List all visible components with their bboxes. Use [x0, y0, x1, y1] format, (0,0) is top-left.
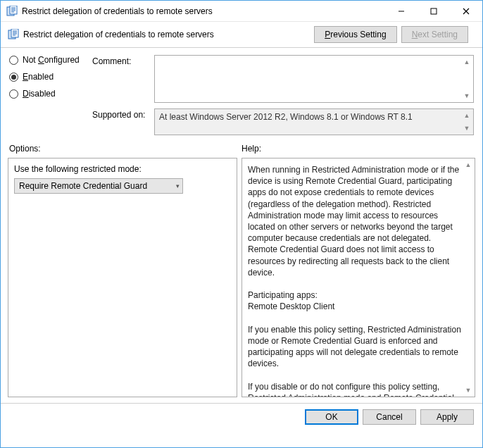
policy-title: Restrict delegation of credentials to re… — [23, 30, 314, 39]
options-panel: Use the following restricted mode: Requi… — [8, 158, 237, 397]
window-title: Restrict delegation of credentials to re… — [22, 6, 385, 16]
minimize-button[interactable] — [385, 1, 418, 21]
titlebar: Restrict delegation of credentials to re… — [1, 1, 482, 22]
cancel-button[interactable]: Cancel — [363, 409, 416, 425]
close-button[interactable] — [450, 1, 482, 21]
previous-setting-button[interactable]: Previous Setting — [314, 26, 396, 43]
scroll-up-icon[interactable]: ▲ — [462, 111, 472, 120]
policy-icon — [8, 29, 19, 40]
scroll-down-icon[interactable]: ▼ — [462, 91, 472, 101]
ok-button[interactable]: OK — [305, 409, 358, 425]
state-radios: Not Configured Enabled Disabled — [9, 55, 80, 135]
radio-mark-icon — [9, 56, 18, 65]
svg-rect-1 — [10, 6, 17, 14]
radio-mark-icon — [9, 73, 18, 82]
scroll-down-icon[interactable]: ▼ — [462, 123, 472, 133]
dialog-footer: OK Cancel Apply — [1, 403, 482, 430]
gpedit-icon — [6, 6, 18, 17]
supported-on-box: At least Windows Server 2012 R2, Windows… — [154, 108, 474, 135]
radio-mark-icon — [9, 89, 18, 99]
comment-label: Comment: — [92, 55, 147, 103]
help-panel: When running in Restricted Administratio… — [242, 158, 475, 397]
scroll-up-icon[interactable]: ▲ — [462, 57, 472, 67]
maximize-button[interactable] — [418, 1, 450, 21]
svg-rect-2 — [431, 8, 437, 14]
dropdown-value: Require Remote Credential Guard — [19, 181, 147, 191]
comment-textarea[interactable]: ▲ ▼ — [154, 55, 474, 103]
restricted-mode-dropdown[interactable]: Require Remote Credential Guard ▾ — [14, 178, 183, 194]
help-label: Help: — [242, 144, 261, 154]
apply-button[interactable]: Apply — [420, 409, 474, 425]
help-text: When running in Restricted Administratio… — [248, 164, 462, 397]
radio-disabled[interactable]: Disabled — [9, 89, 80, 99]
supported-label: Supported on: — [92, 108, 147, 135]
chevron-down-icon: ▾ — [176, 182, 180, 189]
next-setting-button[interactable]: Next Setting — [401, 26, 468, 43]
restricted-mode-label: Use the following restricted mode: — [14, 164, 231, 174]
radio-not-configured[interactable]: Not Configured — [9, 55, 80, 65]
svg-rect-4 — [11, 29, 18, 37]
subheader: Restrict delegation of credentials to re… — [1, 22, 482, 48]
options-label: Options: — [9, 144, 242, 154]
scroll-up-icon[interactable]: ▲ — [463, 160, 473, 170]
supported-on-text: At least Windows Server 2012 R2, Windows… — [159, 112, 413, 122]
radio-enabled[interactable]: Enabled — [9, 72, 80, 82]
scroll-down-icon[interactable]: ▼ — [463, 385, 473, 395]
